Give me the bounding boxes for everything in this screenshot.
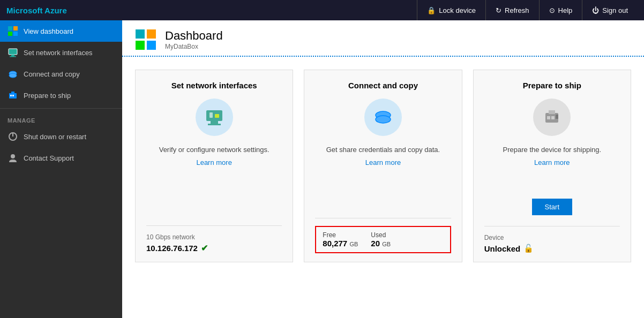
help-button[interactable]: ⊙ Help bbox=[539, 0, 582, 20]
sidebar: View dashboard Set network interfaces Co… bbox=[0, 20, 122, 318]
sidebar-item-set-network[interactable]: Set network interfaces bbox=[0, 42, 122, 63]
svg-rect-29 bbox=[547, 116, 550, 119]
sidebar-item-contact-support[interactable]: Contact Support bbox=[0, 147, 122, 169]
ship-card-description: Prepare the device for shipping. bbox=[503, 145, 602, 155]
topbar-actions: 🔒 Lock device ↻ Refresh ⊙ Help ⏻ Sign ou… bbox=[417, 0, 638, 20]
network-card-footer: 10 Gbps network 10.126.76.172 ✔ bbox=[146, 225, 282, 253]
copy-card-description: Get share credentials and copy data. bbox=[326, 145, 440, 155]
svg-point-8 bbox=[9, 73, 17, 78]
svg-rect-21 bbox=[211, 121, 218, 124]
brand: Microsoft Azure bbox=[6, 6, 67, 15]
svg-rect-1 bbox=[13, 26, 18, 31]
sidebar-item-view-dashboard[interactable]: View dashboard bbox=[0, 20, 122, 42]
help-icon: ⊙ bbox=[549, 6, 555, 14]
sidebar-item-label: Contact Support bbox=[24, 154, 74, 162]
power-icon bbox=[8, 131, 18, 142]
svg-rect-2 bbox=[8, 32, 12, 36]
main-content: Dashboard MyDataBox Set network interfac… bbox=[122, 20, 644, 318]
storage-highlight-box: Free 80,277 GB Used 20 GB bbox=[315, 226, 451, 253]
svg-rect-28 bbox=[549, 110, 555, 114]
ship-footer-label: Device bbox=[484, 234, 620, 241]
svg-point-15 bbox=[11, 154, 15, 158]
free-storage-col: Free 80,277 GB bbox=[323, 231, 358, 248]
layout: View dashboard Set network interfaces Co… bbox=[0, 20, 644, 318]
copy-card-title: Connect and copy bbox=[348, 81, 418, 90]
svg-rect-12 bbox=[12, 95, 14, 96]
network-footer-label: 10 Gbps network bbox=[146, 233, 282, 241]
network-card: Set network interfaces Verify or configu… bbox=[135, 70, 293, 262]
copy-card-footer: Free 80,277 GB Used 20 GB bbox=[315, 218, 451, 253]
ship-card-footer: Device Unlocked 🔓 bbox=[484, 226, 620, 253]
copy-card-icon bbox=[364, 99, 402, 136]
ship-learn-more-link[interactable]: Learn more bbox=[534, 158, 570, 166]
ship-card-icon bbox=[533, 99, 571, 136]
sidebar-divider bbox=[0, 108, 122, 109]
svg-rect-6 bbox=[10, 56, 16, 57]
manage-section-label: MANAGE bbox=[0, 111, 122, 126]
copy-learn-more-link[interactable]: Learn more bbox=[365, 158, 401, 166]
sidebar-item-prepare-ship[interactable]: Prepare to ship bbox=[0, 85, 122, 106]
copy-card: Connect and copy Get share credentials a… bbox=[304, 70, 462, 262]
svg-rect-0 bbox=[8, 26, 12, 31]
grid-icon bbox=[8, 26, 18, 36]
svg-rect-16 bbox=[136, 29, 145, 39]
svg-rect-18 bbox=[136, 41, 145, 50]
sidebar-item-label: Connect and copy bbox=[24, 70, 80, 78]
lock-icon: 🔒 bbox=[427, 6, 436, 14]
dashboard-icon bbox=[135, 29, 156, 50]
svg-rect-24 bbox=[215, 114, 219, 118]
ship-icon bbox=[8, 90, 18, 101]
svg-point-26 bbox=[376, 116, 391, 123]
page-header-text: Dashboard MyDataBox bbox=[165, 29, 223, 50]
svg-rect-30 bbox=[551, 116, 555, 119]
cards-container: Set network interfaces Verify or configu… bbox=[122, 57, 644, 275]
sidebar-item-label: Set network interfaces bbox=[24, 49, 93, 57]
network-icon bbox=[8, 47, 18, 58]
network-card-title: Set network interfaces bbox=[171, 81, 257, 90]
svg-rect-19 bbox=[147, 41, 156, 50]
svg-rect-17 bbox=[147, 29, 156, 39]
svg-rect-22 bbox=[208, 124, 221, 125]
unlock-icon: 🔓 bbox=[523, 244, 534, 253]
svg-rect-20 bbox=[206, 110, 222, 121]
page-title: Dashboard bbox=[165, 29, 223, 43]
start-button[interactable]: Start bbox=[532, 199, 572, 215]
ship-card-title: Prepare to ship bbox=[523, 81, 581, 90]
lock-device-button[interactable]: 🔒 Lock device bbox=[417, 0, 485, 20]
svg-rect-10 bbox=[11, 92, 14, 94]
topbar: Microsoft Azure 🔒 Lock device ↻ Refresh … bbox=[0, 0, 644, 20]
sidebar-item-label: Prepare to ship bbox=[24, 92, 71, 100]
svg-rect-5 bbox=[11, 55, 14, 56]
refresh-icon: ↻ bbox=[496, 6, 501, 14]
sidebar-item-label: Shut down or restart bbox=[24, 133, 86, 141]
svg-rect-31 bbox=[556, 115, 558, 119]
sign-out-button[interactable]: ⏻ Sign out bbox=[582, 0, 638, 20]
signout-icon: ⏻ bbox=[592, 6, 599, 14]
sidebar-item-connect-copy[interactable]: Connect and copy bbox=[0, 63, 122, 85]
ship-footer-value: Unlocked 🔓 bbox=[484, 244, 620, 253]
network-learn-more-link[interactable]: Learn more bbox=[196, 158, 231, 166]
checkmark-icon: ✔ bbox=[201, 243, 208, 253]
svg-rect-11 bbox=[10, 95, 12, 96]
refresh-button[interactable]: ↻ Refresh bbox=[485, 0, 539, 20]
sidebar-item-shutdown[interactable]: Shut down or restart bbox=[0, 126, 122, 147]
network-footer-value: 10.126.76.172 ✔ bbox=[146, 243, 282, 253]
svg-rect-23 bbox=[209, 112, 213, 118]
network-card-description: Verify or configure network settings. bbox=[159, 145, 269, 155]
copy-icon bbox=[8, 69, 18, 79]
sidebar-item-label: View dashboard bbox=[24, 27, 73, 35]
page-header: Dashboard MyDataBox bbox=[122, 20, 644, 57]
svg-rect-4 bbox=[9, 49, 17, 55]
support-icon bbox=[8, 153, 18, 163]
svg-rect-3 bbox=[13, 32, 18, 36]
page-subtitle: MyDataBox bbox=[165, 43, 223, 50]
network-card-icon bbox=[196, 99, 233, 136]
used-storage-col: Used 20 GB bbox=[371, 231, 391, 248]
ship-card: Prepare to ship Prepare the device for s… bbox=[473, 70, 631, 262]
